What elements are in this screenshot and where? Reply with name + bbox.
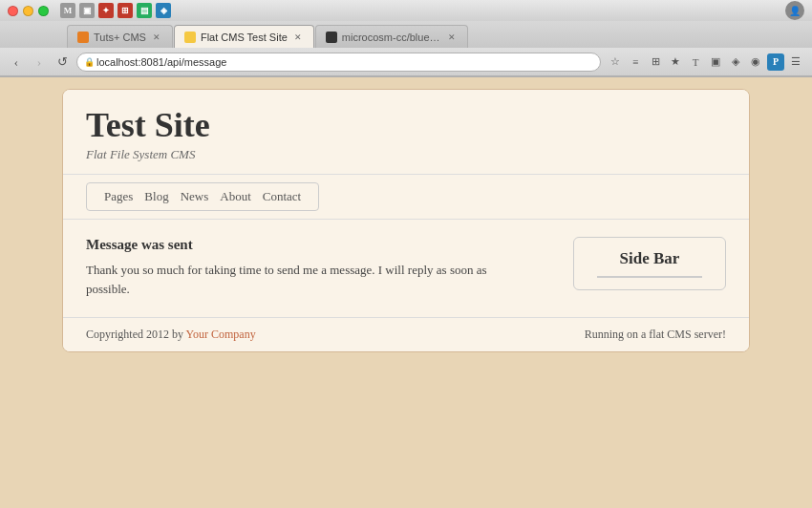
sidebar-box: Side Bar [573,237,726,290]
tab-0[interactable]: Tuts+ CMS ✕ [67,25,173,48]
address-text: localhost:8081/api/message [96,56,226,68]
toolbar-icons: ☆ ≡ ⊞ ★ T ▣ ◈ ◉ P ☰ [607,53,804,71]
tab-close-2[interactable]: ✕ [446,32,458,43]
address-bar: ‹ › ↺ 🔒 localhost:8081/api/message ☆ ≡ ⊞… [0,48,812,76]
site-subtitle: Flat File System CMS [86,147,726,162]
close-button[interactable] [8,6,18,16]
app-icon-m: M [60,3,75,18]
tabs-bar: Tuts+ CMS ✕ Flat CMS Test Site ✕ microco… [0,21,812,48]
tab-favicon-1 [184,32,196,43]
traffic-lights [8,6,49,16]
footer-right: Running on a flat CMS server! [585,328,726,342]
tab-favicon-0 [77,32,89,43]
footer-left: Copyrighted 2012 by Your Company [86,328,256,342]
sidebar-title: Side Bar [588,249,712,268]
page-wrapper: Test Site Flat File System CMS Pages Blo… [0,77,812,508]
app-icon-tab: ⊞ [118,3,133,18]
tab-2[interactable]: microcosm-cc/bluemonday: ✕ [315,25,468,48]
content-area: Message was sent Thank you so much for t… [86,237,554,301]
title-bar: M ▣ ✦ ⊞ ▤ ◈ 👤 [0,0,812,21]
address-field[interactable]: 🔒 localhost:8081/api/message [76,53,601,72]
refresh-button[interactable]: ↺ [53,53,71,71]
ext-icon-6[interactable]: ◉ [747,53,764,71]
message-heading: Message was sent [86,237,554,253]
back-button[interactable]: ‹ [8,53,25,71]
site-header: Test Site Flat File System CMS [63,90,749,175]
nav-item-pages[interactable]: Pages [98,189,139,204]
app-icon-bookmark: ▣ [79,3,95,18]
user-icon[interactable]: 👤 [785,1,804,20]
app-icon-red: ✦ [98,3,114,18]
minimize-button[interactable] [23,6,33,16]
site-footer: Copyrighted 2012 by Your Company Running… [63,317,749,351]
site-main: Message was sent Thank you so much for t… [63,220,749,318]
title-bar-icons: M ▣ ✦ ⊞ ▤ ◈ [60,3,171,18]
sidebar-divider [597,276,702,278]
forward-button[interactable]: › [31,53,48,71]
tab-label-1: Flat CMS Test Site [201,32,288,43]
site-container: Test Site Flat File System CMS Pages Blo… [62,89,750,352]
sidebar: Side Bar [573,237,726,301]
maximize-button[interactable] [38,6,49,16]
tab-close-1[interactable]: ✕ [292,32,304,43]
site-nav: Pages Blog News About Contact [63,175,749,220]
tab-close-0[interactable]: ✕ [151,32,162,43]
ext-icon-2[interactable]: ★ [667,53,684,71]
app-icon-green: ▤ [137,3,152,18]
address-lock-icon: 🔒 [84,57,95,67]
nav-item-blog[interactable]: Blog [139,189,174,204]
app-icon-blue: ◈ [156,3,171,18]
ext-icon-1[interactable]: ⊞ [647,53,664,71]
footer-company-link[interactable]: Your Company [186,328,256,341]
ext-icon-3[interactable]: T [687,53,704,71]
menu-icon[interactable]: ☰ [787,53,804,71]
footer-copyright-text: Copyrighted 2012 by [86,328,186,341]
message-body: Thank you so much for taking time to sen… [86,261,525,301]
nav-item-about[interactable]: About [214,189,257,204]
tab-label-0: Tuts+ CMS [94,32,146,43]
ext-icon-4[interactable]: ▣ [707,53,724,71]
nav-item-news[interactable]: News [175,189,215,204]
reader-icon[interactable]: ≡ [627,53,644,71]
tab-1[interactable]: Flat CMS Test Site ✕ [174,25,314,48]
site-title: Test Site [86,107,726,145]
ext-icon-p[interactable]: P [767,53,784,71]
browser-chrome: M ▣ ✦ ⊞ ▤ ◈ 👤 Tuts+ CMS ✕ Flat CMS Test … [0,0,812,77]
bookmark-star-icon[interactable]: ☆ [607,53,624,71]
nav-inner: Pages Blog News About Contact [86,182,319,211]
ext-icon-5[interactable]: ◈ [727,53,744,71]
tab-favicon-2 [326,32,337,43]
nav-item-contact[interactable]: Contact [257,189,307,204]
tab-label-2: microcosm-cc/bluemonday: [342,32,441,43]
